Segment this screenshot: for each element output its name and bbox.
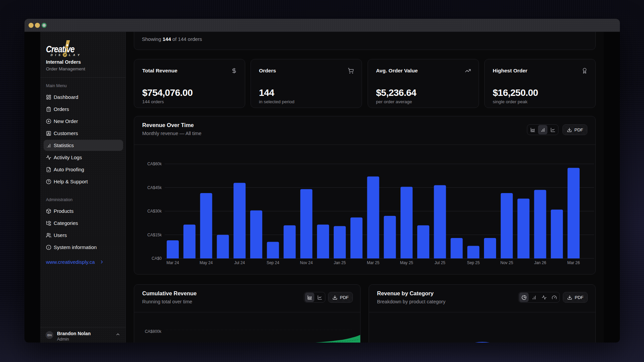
svg-text:Sep 25: Sep 25 xyxy=(467,260,480,265)
svg-text:Nov 24: Nov 24 xyxy=(300,260,313,265)
svg-text:Jul 25: Jul 25 xyxy=(435,260,445,265)
svg-text:Mar 26: Mar 26 xyxy=(567,260,580,265)
svg-text:CA$60k: CA$60k xyxy=(147,162,162,166)
svg-text:Mar 24: Mar 24 xyxy=(166,260,179,265)
svg-text:Jan 26: Jan 26 xyxy=(534,260,546,265)
svg-text:Jul 24: Jul 24 xyxy=(234,260,245,265)
svg-text:Sep 24: Sep 24 xyxy=(267,260,279,265)
svg-text:CA$0: CA$0 xyxy=(152,256,162,261)
svg-text:Jan 25: Jan 25 xyxy=(334,260,346,265)
svg-text:Nov 25: Nov 25 xyxy=(500,260,513,265)
svg-text:Mar 25: Mar 25 xyxy=(367,260,380,265)
svg-text:CA$800k: CA$800k xyxy=(145,329,162,334)
svg-text:CA$30k: CA$30k xyxy=(147,209,162,214)
svg-text:CA$45k: CA$45k xyxy=(147,185,162,190)
svg-text:May 24: May 24 xyxy=(200,260,213,265)
svg-text:May 25: May 25 xyxy=(400,260,413,265)
svg-text:CA$15k: CA$15k xyxy=(147,233,162,237)
